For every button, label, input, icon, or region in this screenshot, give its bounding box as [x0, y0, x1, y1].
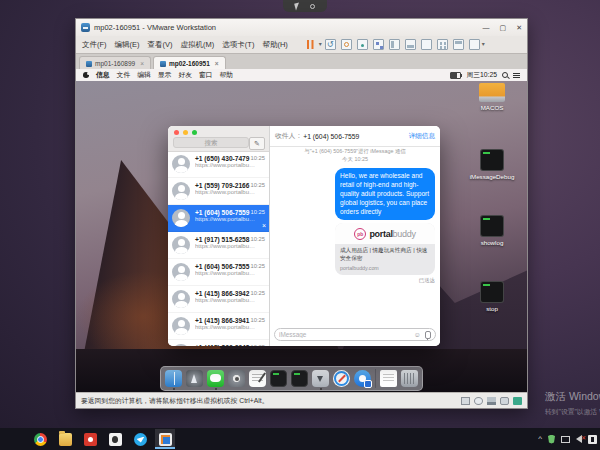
cursor-icon[interactable]	[294, 3, 301, 10]
system-preferences-dock-icon[interactable]	[228, 370, 245, 387]
conversation-row[interactable]: +1 (415) 866-3948 https://www.portalbudd…	[168, 340, 269, 346]
notification-center-icon[interactable]	[513, 72, 520, 78]
close-traffic-light[interactable]	[174, 130, 179, 135]
fullscreen-button[interactable]	[421, 39, 432, 50]
stop-file-icon[interactable]: stop	[469, 281, 515, 347]
volume-muted-icon[interactable]	[576, 435, 582, 443]
show-library-button[interactable]	[389, 39, 400, 50]
vm-tab-close-icon[interactable]: ×	[215, 60, 219, 67]
vmware-menu-item[interactable]: 编辑(E)	[115, 40, 140, 50]
close-button[interactable]: ✕	[516, 23, 522, 32]
red-app-taskbar-icon[interactable]	[80, 429, 100, 449]
terminal-2-dock-icon[interactable]	[291, 370, 308, 387]
macos-menu-item[interactable]: 文件	[117, 70, 131, 80]
vm-tab[interactable]: mp02-160951 ×	[153, 56, 226, 70]
launchpad-dock-icon[interactable]	[186, 370, 203, 387]
macos-menu-item[interactable]: 显示	[158, 70, 172, 80]
textedit-dock-icon[interactable]	[249, 370, 266, 387]
file-explorer-taskbar-icon[interactable]	[55, 429, 75, 449]
thumbnail-bar-button[interactable]	[405, 39, 416, 50]
message-input[interactable]	[279, 331, 414, 338]
vm-tab-close-icon[interactable]: ×	[140, 60, 144, 67]
dock-separator[interactable]	[375, 369, 376, 388]
manage-snapshots-button[interactable]	[373, 39, 384, 50]
usb-device-icon[interactable]	[500, 397, 509, 405]
apple-menu-icon[interactable]	[83, 72, 89, 78]
desktop-icon-image	[480, 149, 504, 171]
imessage-system-line: 与"+1 (604) 506-7559"进行 iMessage 通信	[275, 148, 435, 155]
revert-snapshot-button[interactable]	[341, 39, 352, 50]
telegram-taskbar-icon[interactable]	[130, 429, 150, 449]
finder-dock-icon[interactable]	[165, 370, 182, 387]
details-link[interactable]: 详细信息	[409, 132, 435, 141]
vmware-taskbar-icon[interactable]	[155, 429, 175, 449]
display-settings-button[interactable]	[469, 39, 480, 50]
display-icon[interactable]	[561, 436, 570, 443]
link-preview-card[interactable]: pb portalbuddy 成人用品店 | 情趣玩具性商店 | 快速安全保密 …	[335, 223, 435, 275]
minimize-button[interactable]: —	[483, 23, 490, 32]
messages-sidebar-topbar: ✎	[168, 126, 269, 152]
emoji-icon[interactable]: ☺	[414, 331, 421, 338]
zoom-traffic-light[interactable]	[192, 130, 197, 135]
safari-dock-icon[interactable]	[333, 370, 350, 387]
compose-button[interactable]: ✎	[249, 137, 265, 150]
vmware-menu-item[interactable]: 查看(V)	[148, 40, 173, 50]
macos-menu-item[interactable]: 窗口	[199, 70, 213, 80]
maximize-button[interactable]: ▢	[500, 23, 507, 32]
vmware-menu-item[interactable]: 文件(F)	[82, 40, 107, 50]
send-ctrl-alt-del-button[interactable]	[325, 39, 336, 50]
suspend-button[interactable]	[306, 39, 320, 50]
conversation-row[interactable]: +1 (917) 515-6258 https://www.portalbudd…	[168, 232, 269, 259]
vmware-menu-item[interactable]: 虚拟机(M)	[181, 40, 215, 50]
network-adapter-icon[interactable]	[487, 397, 496, 405]
unity-mode-button[interactable]	[437, 39, 448, 50]
battery-icon[interactable]	[450, 72, 461, 79]
console-view-button[interactable]	[453, 39, 464, 50]
vmware-menu-item[interactable]: 帮助(H)	[262, 40, 287, 50]
conversation-row[interactable]: +1 (415) 866-3942 https://www.portalbudd…	[168, 286, 269, 313]
menubar-clock[interactable]: 周三10:25	[466, 70, 497, 80]
ime-indicator-icon[interactable]	[588, 435, 597, 444]
app-menu-messages[interactable]: 信息	[96, 70, 110, 80]
terminal-dock-icon[interactable]	[270, 370, 287, 387]
macos-volume-icon[interactable]: MACOS	[469, 83, 515, 149]
minimize-traffic-light[interactable]	[183, 130, 188, 135]
conversation-row[interactable]: +1 (604) 506-7559 https://www.portalbudd…	[168, 205, 269, 232]
message-log-icon[interactable]	[513, 397, 522, 405]
conversation-row[interactable]: +1 (415) 866-3941 https://www.portalbudd…	[168, 313, 269, 340]
macos-menu-item[interactable]: 帮助	[220, 70, 234, 80]
macos-menu-item[interactable]: 编辑	[137, 70, 151, 80]
macos-menu-item[interactable]: 好友	[178, 70, 192, 80]
vm-tab[interactable]: mp01-160899 ×	[79, 56, 151, 70]
record-icon[interactable]	[309, 3, 316, 10]
messages-sidebar: ✎ +1 (650) 430-7479 https://www.portalbu…	[168, 126, 270, 346]
microphone-icon[interactable]	[425, 331, 431, 339]
tray-expand-icon[interactable]: ^	[538, 434, 542, 444]
conversation-close-icon[interactable]: ×	[262, 222, 266, 229]
macos-menubar: 信息 文件编辑显示好友窗口帮助 周三10:25	[76, 69, 527, 81]
windows-taskbar: ^	[0, 428, 600, 450]
vmware-statusbar: 要返回到您的计算机，请将鼠标指针移出虚拟机或按 Ctrl+Alt。	[76, 392, 527, 408]
installer-dock-icon[interactable]	[312, 370, 329, 387]
avatar	[172, 236, 190, 254]
cd-rom-icon[interactable]	[474, 397, 483, 405]
chrome-taskbar-icon[interactable]	[30, 429, 50, 449]
showlog-file-icon[interactable]: showlog	[469, 215, 515, 281]
vmware-menu-item[interactable]: 选项卡(T)	[222, 40, 254, 50]
conversation-row[interactable]: +1 (650) 430-7479 https://www.portalbudd…	[168, 151, 269, 178]
search-input[interactable]	[173, 137, 249, 148]
spotlight-search-icon[interactable]	[502, 72, 508, 78]
take-snapshot-button[interactable]	[357, 39, 368, 50]
conversation-row[interactable]: +1 (559) 709-2166 https://www.portalbudd…	[168, 178, 269, 205]
recipient-number[interactable]: +1 (604) 506-7559	[303, 133, 359, 140]
documents-dock-icon[interactable]	[380, 370, 397, 387]
trash-dock-icon[interactable]	[401, 370, 418, 387]
link-domain: portalbuddy.com	[340, 265, 430, 271]
apple-app-taskbar-icon[interactable]	[105, 429, 125, 449]
security-shield-icon[interactable]	[548, 435, 555, 444]
hard-disk-icon[interactable]	[461, 397, 470, 405]
app-store-dock-icon[interactable]	[354, 370, 371, 387]
imessagedebug-file-icon[interactable]: iMessageDebug	[469, 149, 515, 215]
conversation-row[interactable]: +1 (604) 506-7555 https://www.portalbudd…	[168, 259, 269, 286]
messages-dock-icon[interactable]	[207, 370, 224, 387]
